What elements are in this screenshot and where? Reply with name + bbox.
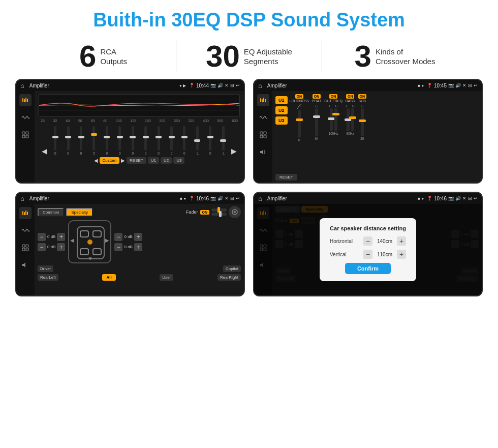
- eq-icon-2[interactable]: [257, 94, 269, 106]
- vol-right-top: − 0 dB +: [114, 233, 142, 241]
- copilot-btn-3[interactable]: Copilot: [223, 265, 241, 272]
- wave-icon-3[interactable]: [19, 224, 32, 236]
- eq-col-1: 0: [49, 126, 61, 155]
- home-icon-2[interactable]: ⌂: [258, 82, 262, 89]
- balance-icon-1[interactable]: [19, 129, 32, 141]
- eq-play-btn[interactable]: ▶: [121, 158, 125, 163]
- back-icon-1[interactable]: ↩: [236, 83, 240, 88]
- user-btn-3[interactable]: User: [160, 274, 173, 281]
- crossover-main: U1 U2 U3 ON LOUDNESS: [272, 91, 482, 183]
- vol-left-bottom: − 0 dB +: [38, 243, 65, 251]
- vol-plus-lt[interactable]: +: [57, 233, 65, 241]
- volume-icon-3[interactable]: [19, 259, 32, 271]
- fader-h-thumb-2[interactable]: [219, 211, 222, 217]
- cutfreq-slider-g[interactable]: [334, 108, 337, 131]
- back-icon-2[interactable]: ↩: [474, 83, 478, 88]
- rearright-btn-3[interactable]: RearRight: [217, 274, 241, 281]
- eq-u2-btn[interactable]: U2: [161, 157, 172, 164]
- preset-u1-btn[interactable]: U1: [275, 96, 288, 104]
- confirm-button[interactable]: Confirm: [345, 263, 391, 274]
- vol-minus-lt[interactable]: −: [38, 233, 46, 241]
- arrow-right[interactable]: ▶: [105, 237, 109, 243]
- eq-labels: 25 32 40 50 63 80 100 125 160 200 250 32…: [39, 119, 240, 123]
- eq-col-2: 0: [62, 126, 74, 155]
- svg-rect-14: [263, 98, 264, 102]
- wave-icon-1[interactable]: [19, 111, 32, 124]
- home-icon-3[interactable]: ⌂: [20, 195, 24, 202]
- back-icon-4[interactable]: ↩: [474, 196, 478, 201]
- crossover-reset-btn[interactable]: RESET: [275, 174, 297, 181]
- eq-prev-btn[interactable]: ◀: [94, 158, 98, 163]
- home-icon-1[interactable]: ⌂: [20, 82, 24, 89]
- freq-100: 100: [116, 119, 122, 123]
- eq-u1-btn[interactable]: U1: [148, 157, 159, 164]
- vol-plus-rb[interactable]: +: [134, 243, 142, 251]
- horizontal-plus-btn[interactable]: +: [397, 236, 406, 246]
- screen3-dots: ■ ●: [180, 196, 186, 201]
- balance-icon-2[interactable]: [257, 129, 269, 141]
- eq-next-arrow[interactable]: ▶: [230, 147, 238, 155]
- eq-col-7: 0: [127, 126, 139, 155]
- screen-dialog: ⌂ Amplifier ■ ● 📍 10:46 📷 🔊 ✕ ⊟ ↩: [253, 192, 483, 296]
- slider-thumb-1[interactable]: [52, 136, 58, 138]
- sub-slider[interactable]: [361, 108, 364, 136]
- screen-fader: ⌂ Amplifier ■ ● 📍 10:46 📷 🔊 ✕ ⊟ ↩: [15, 192, 245, 296]
- freq-160: 160: [145, 119, 151, 123]
- phat-slider[interactable]: [315, 108, 318, 136]
- vertical-minus-btn[interactable]: −: [363, 250, 372, 259]
- eq-prev-arrow[interactable]: ◀: [41, 147, 48, 155]
- freq-25: 25: [41, 119, 45, 123]
- driver-btn-3[interactable]: Driver: [38, 265, 53, 272]
- svg-rect-3: [27, 99, 28, 102]
- svg-rect-26: [22, 248, 25, 251]
- ctrl-phat: ON PHAT G 64: [312, 94, 321, 140]
- all-btn-3[interactable]: All: [102, 274, 115, 281]
- svg-rect-27: [26, 248, 28, 251]
- time-4: 10:46: [434, 196, 447, 201]
- preset-u3-btn[interactable]: U3: [275, 116, 288, 125]
- freq-400: 400: [203, 119, 209, 123]
- screen1-sidebar: [16, 91, 35, 183]
- svg-rect-24: [22, 245, 25, 247]
- vol-minus-rt[interactable]: −: [114, 233, 122, 241]
- bass-slider-g[interactable]: [351, 108, 354, 131]
- arrow-down[interactable]: ▼: [87, 256, 92, 261]
- arrow-left[interactable]: ◀: [70, 237, 74, 243]
- settings-btn-3[interactable]: [229, 206, 241, 218]
- screens-grid: ⌂ Amplifier ● ▶ 📍 10:44 📷 🔊 ✕ ⊟ ↩: [0, 79, 498, 307]
- volume-icon-2[interactable]: [257, 146, 269, 158]
- rearleft-btn-3[interactable]: RearLeft: [38, 274, 58, 281]
- tab-common-3[interactable]: Common: [38, 208, 64, 217]
- vol-plus-rt[interactable]: +: [134, 233, 142, 241]
- eq-col-5: 0: [101, 126, 113, 155]
- eq-reset-btn[interactable]: RESET: [127, 157, 146, 164]
- vertical-plus-btn[interactable]: +: [397, 250, 406, 259]
- eq-custom-btn[interactable]: Custom: [100, 157, 120, 164]
- loudness-slider[interactable]: [298, 110, 301, 138]
- screen3-body: Common Specialty Fader ON: [16, 204, 244, 295]
- home-icon-4[interactable]: ⌂: [258, 195, 262, 202]
- vol-plus-lb[interactable]: +: [57, 243, 65, 251]
- ctrl-cutfreq: ON CUT FREQ FG 100Hz: [324, 94, 343, 135]
- dialog-vertical-row: Vertical − 110cm +: [330, 250, 406, 259]
- back-icon-3[interactable]: ↩: [236, 196, 240, 201]
- wave-icon-2[interactable]: [257, 111, 269, 124]
- svg-rect-20: [22, 211, 23, 215]
- vol-minus-lb[interactable]: −: [38, 243, 46, 251]
- dialog-title: Car speaker distance setting: [330, 225, 406, 231]
- stat-number-rca: 6: [79, 41, 96, 72]
- cutfreq-slider-f[interactable]: [330, 108, 333, 131]
- tab-specialty-3[interactable]: Specialty: [66, 208, 92, 217]
- preset-u2-btn[interactable]: U2: [275, 106, 288, 114]
- bass-slider-f[interactable]: [347, 108, 350, 131]
- phat-label: PHAT: [312, 99, 321, 103]
- eq-icon-1[interactable]: [19, 94, 32, 106]
- eq-u3-btn[interactable]: U3: [173, 157, 184, 164]
- balance-icon-3[interactable]: [19, 242, 32, 254]
- horizontal-minus-btn[interactable]: −: [363, 236, 372, 246]
- status-icons-1: 📍 10:44 📷 🔊 ✕ ⊟ ↩: [189, 83, 240, 88]
- camera-icon-1: 📷: [210, 83, 216, 88]
- eq-icon-3[interactable]: [19, 207, 32, 219]
- stats-row: 6 RCA Outputs 30 EQ Adjustable Segments …: [0, 38, 498, 79]
- vol-minus-rb[interactable]: −: [114, 243, 122, 251]
